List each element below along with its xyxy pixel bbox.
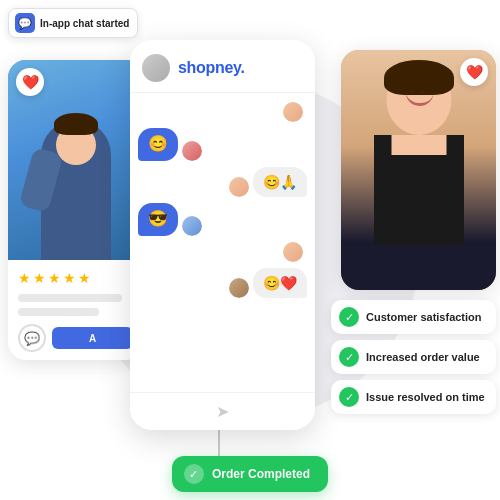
- shopney-logo: shopney.: [178, 59, 245, 77]
- chat-label-icon: 💬: [15, 13, 35, 33]
- star-1: ★: [18, 270, 31, 286]
- order-check-circle: ✓: [184, 464, 204, 484]
- chat-bubble-blue-1: 😊: [138, 128, 178, 161]
- star-5: ★: [78, 270, 91, 286]
- left-card-image: ❤️: [8, 60, 143, 260]
- right-heart-icon: ❤️: [466, 64, 483, 80]
- chat-bubble-blue-2: 😎: [138, 203, 178, 236]
- chat-row-5: [138, 242, 307, 262]
- left-heart-badge[interactable]: ❤️: [16, 68, 44, 96]
- chat-bubble-gray-1: 😊🙏: [253, 167, 307, 197]
- left-card-chat-icon[interactable]: 💬: [18, 324, 46, 352]
- left-product-card: ❤️ ★ ★ ★ ★ ★ 💬 A: [8, 60, 143, 360]
- gray-avatar-1: [283, 102, 303, 122]
- chat-footer: ➤: [130, 392, 315, 430]
- right-photo-card: ❤️: [341, 50, 496, 290]
- order-completed-text: Order Completed: [212, 467, 310, 481]
- product-bar-1: [18, 294, 122, 302]
- chat-row-3: 😊🙏: [138, 167, 307, 197]
- chat-row-6: 😊❤️: [138, 268, 307, 298]
- check-circle-3: ✓: [339, 387, 359, 407]
- checkmark-3: ✓: [345, 391, 354, 404]
- check-item-satisfaction: ✓ Customer satisfaction: [331, 300, 496, 334]
- star-4: ★: [63, 270, 76, 286]
- send-icon[interactable]: ➤: [216, 402, 229, 421]
- order-completed-badge: ✓ Order Completed: [172, 456, 328, 492]
- center-chat-card: shopney. 😊 😊🙏 😎: [130, 40, 315, 430]
- check-item-order-value: ✓ Increased order value: [331, 340, 496, 374]
- gray-avatar-2: [229, 177, 249, 197]
- left-card-actions: 💬 A: [18, 324, 133, 352]
- chat-bubble-gray-2: 😊❤️: [253, 268, 307, 298]
- issue-resolved-text: Issue resolved on time: [366, 391, 485, 403]
- add-button[interactable]: A: [52, 327, 133, 349]
- gray-avatar-4: [229, 278, 249, 298]
- check-circle-1: ✓: [339, 307, 359, 327]
- satisfaction-text: Customer satisfaction: [366, 311, 482, 323]
- left-heart-icon: ❤️: [22, 74, 39, 90]
- chat-row-4: 😎: [138, 203, 307, 236]
- chat-row-2: 😊: [138, 128, 307, 161]
- right-checks-container: ✓ Customer satisfaction ✓ Increased orde…: [331, 300, 496, 414]
- right-card-image: [341, 50, 496, 290]
- chat-row-1: [138, 101, 307, 122]
- chat-started-label: 💬 In-app chat started: [8, 8, 138, 38]
- star-3: ★: [48, 270, 61, 286]
- left-card-bottom: ★ ★ ★ ★ ★ 💬 A: [8, 260, 143, 360]
- chat-body: 😊 😊🙏 😎 😊❤️: [130, 93, 315, 306]
- gray-avatar-3: [283, 242, 303, 262]
- order-value-text: Increased order value: [366, 351, 480, 363]
- check-item-issue: ✓ Issue resolved on time: [331, 380, 496, 414]
- chat-header: shopney.: [130, 40, 315, 93]
- star-2: ★: [33, 270, 46, 286]
- checkmark-1: ✓: [345, 311, 354, 324]
- shopney-avatar: [142, 54, 170, 82]
- stars-row: ★ ★ ★ ★ ★: [18, 270, 133, 286]
- check-circle-2: ✓: [339, 347, 359, 367]
- blue-avatar-2: [182, 216, 202, 236]
- right-heart-badge[interactable]: ❤️: [460, 58, 488, 86]
- order-checkmark: ✓: [189, 468, 198, 481]
- chat-started-text: In-app chat started: [40, 18, 129, 29]
- product-bar-2: [18, 308, 99, 316]
- checkmark-2: ✓: [345, 351, 354, 364]
- blue-avatar-1: [182, 141, 202, 161]
